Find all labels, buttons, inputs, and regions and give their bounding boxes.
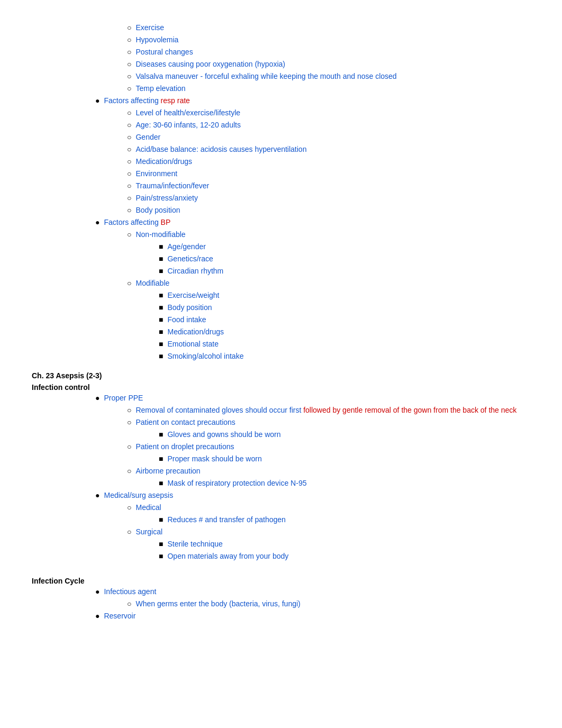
infectious-agent-sub-list: When germs enter the body (bacteria, vir…: [32, 598, 530, 609]
droplet-precautions-sub-list: Proper mask should be worn: [32, 453, 530, 465]
list-item-proper-mask: Proper mask should be worn: [159, 453, 530, 465]
bullet-circle-icon: [127, 145, 135, 153]
bullet-circle-icon: [127, 503, 135, 512]
bullet-circle-icon: [127, 181, 135, 190]
ch23-heading: Ch. 23 Asepsis (2-3): [32, 371, 530, 380]
bullet-square-icon: [159, 454, 167, 463]
bp-non-mod-sub-list: Age/gender Genetics/race Circadian rhyth…: [32, 241, 530, 277]
bullet-circle-icon: [127, 35, 135, 44]
factors-resp-sub-list: Level of health/exercise/lifestyle Age: …: [32, 107, 530, 216]
list-item-emotional-state: Emotional state: [159, 339, 530, 350]
bullet-circle-icon: [127, 194, 135, 202]
bullet-square-icon: [159, 540, 167, 548]
infection-cycle-list: Infectious agent: [32, 586, 530, 597]
bullet-circle-icon: [127, 230, 135, 239]
bullet-circle-icon: [127, 121, 135, 129]
medical-surg-item: Medical/surg asepsis: [95, 490, 530, 501]
list-item-age: Age: 30-60 infants, 12-20 adults: [127, 120, 530, 131]
bullet-circle-icon: [127, 599, 135, 608]
list-item-open-materials: Open materials away from your body: [159, 551, 530, 562]
proper-ppe-list: Proper PPE: [32, 393, 530, 404]
medical-sub-list: Reduces # and transfer of pathogen: [32, 514, 530, 525]
ppe-sub-list: Removal of contaminated gloves should oc…: [32, 405, 530, 428]
bullet-square-icon: [159, 291, 167, 299]
factors-bp-list: Factors affecting BP: [32, 217, 530, 228]
list-item-hypovolemia: Hypovolemia: [127, 34, 530, 46]
list-item-circadian-rhythm: Circadian rhythm: [159, 266, 530, 277]
medical-item: Medical: [127, 502, 530, 513]
bp-mod-sub-list: Exercise/weight Body position Food intak…: [32, 290, 530, 362]
bullet-square-icon: [159, 352, 167, 360]
list-item-acid-base: Acid/base balance: acidosis causes hyper…: [127, 144, 530, 155]
intro-list: Exercise Hypovolemia Postural changes Di…: [32, 22, 530, 94]
surgical-list: Surgical: [32, 526, 530, 538]
surgical-item: Surgical: [127, 526, 530, 538]
bullet-circle-icon: [127, 206, 135, 214]
bullet-circle-icon: [127, 406, 135, 414]
list-item-trauma: Trauma/infection/fever: [127, 180, 530, 192]
bullet-disc-icon: [95, 587, 104, 596]
bullet-square-icon: [159, 315, 167, 324]
list-item-smoking-alcohol: Smoking/alcohol intake: [159, 351, 530, 362]
list-item-body-position-resp: Body position: [127, 205, 530, 216]
bullet-circle-icon: [127, 279, 135, 287]
list-item-airborne-precaution: Airborne precaution: [127, 466, 530, 477]
list-item-sterile-technique: Sterile technique: [159, 539, 530, 550]
list-item-level-health: Level of health/exercise/lifestyle: [127, 107, 530, 119]
list-item-germs-enter: When germs enter the body (bacteria, vir…: [127, 598, 530, 609]
list-item-genetics-race: Genetics/race: [159, 253, 530, 265]
airborne-precaution-list: Airborne precaution: [32, 466, 530, 477]
droplet-precautions-list: Patient on droplet precautions: [32, 441, 530, 452]
factors-bp-heading-item: Factors affecting BP: [95, 217, 530, 228]
list-item-n95: Mask of respiratory protection device N-…: [159, 478, 530, 489]
list-item-body-position-bp: Body position: [159, 302, 530, 313]
bullet-circle-icon: [127, 108, 135, 117]
bullet-circle-icon: [127, 72, 135, 80]
bullet-square-icon: [159, 430, 167, 439]
infection-cycle-heading: Infection Cycle: [32, 577, 530, 585]
reservoir-list: Reservoir: [32, 611, 530, 622]
medical-surg-list: Medical/surg asepsis: [32, 490, 530, 501]
factors-resp-list: Factors affecting resp rate: [32, 95, 530, 106]
list-item-age-gender: Age/gender: [159, 241, 530, 252]
bullet-disc-icon: [95, 394, 104, 402]
bullet-circle-icon: [127, 418, 135, 426]
list-item-temp-elevation: Temp elevation: [127, 83, 530, 94]
bullet-square-icon: [159, 515, 167, 524]
infectious-agent-item: Infectious agent: [95, 586, 530, 597]
bullet-disc-icon: [95, 612, 104, 620]
bullet-square-icon: [159, 327, 167, 336]
surgical-sub-list: Sterile technique Open materials away fr…: [32, 539, 530, 562]
list-item-diseases: Diseases causing poor oxygenation (hypox…: [127, 59, 530, 70]
bullet-square-icon: [159, 303, 167, 312]
list-item-removal: Removal of contaminated gloves should oc…: [127, 405, 530, 416]
bullet-square-icon: [159, 552, 167, 560]
bullet-circle-icon: [127, 467, 135, 475]
bullet-square-icon: [159, 267, 167, 275]
bullet-square-icon: [159, 254, 167, 263]
bullet-square-icon: [159, 242, 167, 251]
bullet-circle-icon: [127, 169, 135, 178]
bullet-circle-icon: [127, 23, 135, 32]
list-item-exercise-weight: Exercise/weight: [159, 290, 530, 301]
bullet-circle-icon: [127, 60, 135, 68]
proper-ppe-item: Proper PPE: [95, 393, 530, 404]
list-item-gender: Gender: [127, 132, 530, 143]
list-item-environment: Environment: [127, 168, 530, 179]
infection-control-heading: Infection control: [32, 383, 530, 392]
medical-list: Medical: [32, 502, 530, 513]
bullet-circle-icon: [127, 84, 135, 93]
bullet-square-icon: [159, 340, 167, 348]
bullet-disc-icon: [95, 218, 104, 226]
list-item-exercise: Exercise: [127, 22, 530, 33]
airborne-precaution-sub-list: Mask of respiratory protection device N-…: [32, 478, 530, 489]
list-item-medication-drugs-bp: Medication/drugs: [159, 326, 530, 338]
list-item-reduces-pathogen: Reduces # and transfer of pathogen: [159, 514, 530, 525]
bullet-square-icon: [159, 479, 167, 487]
list-item-valsalva: Valsalva maneuver - forceful exhaling wh…: [127, 71, 530, 82]
bullet-circle-icon: [127, 442, 135, 451]
list-item-droplet-precautions: Patient on droplet precautions: [127, 441, 530, 452]
bp-non-mod-list: Non-modifiable: [32, 229, 530, 240]
list-item-postural-changes: Postural changes: [127, 47, 530, 58]
factors-resp-heading-item: Factors affecting resp rate: [95, 95, 530, 106]
